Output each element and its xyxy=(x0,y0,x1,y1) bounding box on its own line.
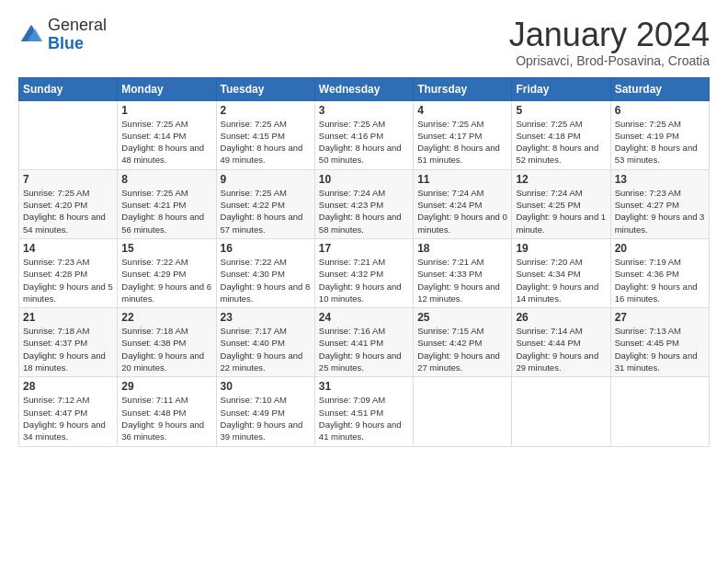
calendar-cell: 31Sunrise: 7:09 AMSunset: 4:51 PMDayligh… xyxy=(314,377,413,446)
calendar-cell: 18Sunrise: 7:21 AMSunset: 4:33 PMDayligh… xyxy=(414,238,512,307)
day-number: 8 xyxy=(121,173,211,186)
calendar-cell: 7Sunrise: 7:25 AMSunset: 4:20 PMDaylight… xyxy=(19,169,118,238)
day-info: Sunrise: 7:10 AMSunset: 4:49 PMDaylight:… xyxy=(221,394,311,442)
day-info: Sunrise: 7:20 AMSunset: 4:34 PMDaylight:… xyxy=(516,256,606,304)
calendar-cell: 24Sunrise: 7:16 AMSunset: 4:41 PMDayligh… xyxy=(314,308,413,377)
day-number: 31 xyxy=(319,380,409,393)
day-info: Sunrise: 7:21 AMSunset: 4:32 PMDaylight:… xyxy=(319,256,409,304)
day-number: 3 xyxy=(319,104,409,117)
day-number: 16 xyxy=(221,242,311,255)
day-info: Sunrise: 7:25 AMSunset: 4:21 PMDaylight:… xyxy=(121,187,211,236)
logo-text: General Blue xyxy=(48,17,107,53)
calendar-cell: 6Sunrise: 7:25 AMSunset: 4:19 PMDaylight… xyxy=(610,100,709,169)
day-number: 12 xyxy=(516,173,606,186)
day-number: 11 xyxy=(417,173,507,186)
day-info: Sunrise: 7:12 AMSunset: 4:47 PMDaylight:… xyxy=(23,394,113,442)
calendar-week-2: 7Sunrise: 7:25 AMSunset: 4:20 PMDaylight… xyxy=(19,169,710,238)
calendar-cell: 15Sunrise: 7:22 AMSunset: 4:29 PMDayligh… xyxy=(118,238,216,307)
calendar-week-1: 1Sunrise: 7:25 AMSunset: 4:14 PMDaylight… xyxy=(19,100,710,169)
calendar-cell: 8Sunrise: 7:25 AMSunset: 4:21 PMDaylight… xyxy=(118,169,216,238)
weekday-header-monday: Monday xyxy=(118,77,216,100)
calendar-cell: 26Sunrise: 7:14 AMSunset: 4:44 PMDayligh… xyxy=(512,308,610,377)
day-number: 7 xyxy=(23,173,113,186)
day-number: 21 xyxy=(23,311,113,324)
day-number: 20 xyxy=(615,242,705,255)
calendar-cell: 14Sunrise: 7:23 AMSunset: 4:28 PMDayligh… xyxy=(19,238,118,307)
calendar-cell: 10Sunrise: 7:24 AMSunset: 4:23 PMDayligh… xyxy=(314,169,413,238)
page: General Blue January 2024 Oprisavci, Bro… xyxy=(0,0,728,456)
calendar-cell: 9Sunrise: 7:25 AMSunset: 4:22 PMDaylight… xyxy=(216,169,314,238)
weekday-header-sunday: Sunday xyxy=(19,77,118,100)
day-info: Sunrise: 7:25 AMSunset: 4:18 PMDaylight:… xyxy=(516,118,606,167)
day-info: Sunrise: 7:11 AMSunset: 4:48 PMDaylight:… xyxy=(121,394,211,442)
day-number: 1 xyxy=(121,104,211,117)
day-number: 29 xyxy=(121,380,211,393)
day-info: Sunrise: 7:25 AMSunset: 4:19 PMDaylight:… xyxy=(615,118,705,167)
day-info: Sunrise: 7:22 AMSunset: 4:30 PMDaylight:… xyxy=(221,256,311,304)
day-number: 24 xyxy=(319,311,409,324)
day-info: Sunrise: 7:13 AMSunset: 4:45 PMDaylight:… xyxy=(615,325,705,373)
calendar-cell: 21Sunrise: 7:18 AMSunset: 4:37 PMDayligh… xyxy=(19,308,118,377)
weekday-header-friday: Friday xyxy=(512,77,610,100)
day-number: 10 xyxy=(319,173,409,186)
logo-icon xyxy=(18,22,44,48)
calendar-cell: 20Sunrise: 7:19 AMSunset: 4:36 PMDayligh… xyxy=(610,238,709,307)
weekday-header-row: SundayMondayTuesdayWednesdayThursdayFrid… xyxy=(19,77,710,100)
day-number: 17 xyxy=(319,242,409,255)
day-number: 9 xyxy=(221,173,311,186)
day-info: Sunrise: 7:18 AMSunset: 4:38 PMDaylight:… xyxy=(121,325,211,373)
calendar-cell: 16Sunrise: 7:22 AMSunset: 4:30 PMDayligh… xyxy=(216,238,314,307)
day-number: 28 xyxy=(23,380,113,393)
day-number: 18 xyxy=(417,242,507,255)
day-number: 5 xyxy=(516,104,606,117)
day-number: 19 xyxy=(516,242,606,255)
day-number: 26 xyxy=(516,311,606,324)
calendar-week-3: 14Sunrise: 7:23 AMSunset: 4:28 PMDayligh… xyxy=(19,238,710,307)
day-info: Sunrise: 7:25 AMSunset: 4:16 PMDaylight:… xyxy=(319,118,409,167)
calendar-cell: 25Sunrise: 7:15 AMSunset: 4:42 PMDayligh… xyxy=(414,308,512,377)
calendar-cell: 29Sunrise: 7:11 AMSunset: 4:48 PMDayligh… xyxy=(118,377,216,446)
day-info: Sunrise: 7:14 AMSunset: 4:44 PMDaylight:… xyxy=(516,325,606,373)
day-number: 15 xyxy=(121,242,211,255)
day-number: 23 xyxy=(221,311,311,324)
calendar-cell: 4Sunrise: 7:25 AMSunset: 4:17 PMDaylight… xyxy=(414,100,512,169)
weekday-header-saturday: Saturday xyxy=(610,77,709,100)
day-number: 25 xyxy=(417,311,507,324)
header: General Blue January 2024 Oprisavci, Bro… xyxy=(18,17,710,68)
day-number: 13 xyxy=(615,173,705,186)
calendar-week-5: 28Sunrise: 7:12 AMSunset: 4:47 PMDayligh… xyxy=(19,377,710,446)
calendar-table: SundayMondayTuesdayWednesdayThursdayFrid… xyxy=(18,77,710,447)
day-number: 2 xyxy=(221,104,311,117)
calendar-cell xyxy=(512,377,610,446)
day-info: Sunrise: 7:25 AMSunset: 4:22 PMDaylight:… xyxy=(221,187,311,236)
day-info: Sunrise: 7:24 AMSunset: 4:24 PMDaylight:… xyxy=(417,187,507,236)
calendar-week-4: 21Sunrise: 7:18 AMSunset: 4:37 PMDayligh… xyxy=(19,308,710,377)
weekday-header-wednesday: Wednesday xyxy=(314,77,413,100)
day-info: Sunrise: 7:21 AMSunset: 4:33 PMDaylight:… xyxy=(417,256,507,304)
day-info: Sunrise: 7:25 AMSunset: 4:20 PMDaylight:… xyxy=(23,187,113,236)
day-info: Sunrise: 7:25 AMSunset: 4:14 PMDaylight:… xyxy=(121,118,211,167)
calendar-cell: 5Sunrise: 7:25 AMSunset: 4:18 PMDaylight… xyxy=(512,100,610,169)
month-title: January 2024 xyxy=(509,17,710,53)
calendar-cell: 13Sunrise: 7:23 AMSunset: 4:27 PMDayligh… xyxy=(610,169,709,238)
calendar-cell: 11Sunrise: 7:24 AMSunset: 4:24 PMDayligh… xyxy=(414,169,512,238)
calendar-cell: 12Sunrise: 7:24 AMSunset: 4:25 PMDayligh… xyxy=(512,169,610,238)
day-info: Sunrise: 7:09 AMSunset: 4:51 PMDaylight:… xyxy=(319,394,409,442)
day-number: 30 xyxy=(221,380,311,393)
calendar-cell: 3Sunrise: 7:25 AMSunset: 4:16 PMDaylight… xyxy=(314,100,413,169)
day-number: 14 xyxy=(23,242,113,255)
weekday-header-tuesday: Tuesday xyxy=(216,77,314,100)
day-info: Sunrise: 7:23 AMSunset: 4:27 PMDaylight:… xyxy=(615,187,705,236)
logo-general: General xyxy=(48,16,107,34)
day-number: 22 xyxy=(121,311,211,324)
calendar-cell: 23Sunrise: 7:17 AMSunset: 4:40 PMDayligh… xyxy=(216,308,314,377)
day-info: Sunrise: 7:17 AMSunset: 4:40 PMDaylight:… xyxy=(221,325,311,373)
day-number: 4 xyxy=(417,104,507,117)
day-info: Sunrise: 7:24 AMSunset: 4:25 PMDaylight:… xyxy=(516,187,606,236)
calendar-cell xyxy=(19,100,118,169)
calendar-cell: 28Sunrise: 7:12 AMSunset: 4:47 PMDayligh… xyxy=(19,377,118,446)
calendar-cell: 17Sunrise: 7:21 AMSunset: 4:32 PMDayligh… xyxy=(314,238,413,307)
calendar-cell: 19Sunrise: 7:20 AMSunset: 4:34 PMDayligh… xyxy=(512,238,610,307)
day-number: 6 xyxy=(615,104,705,117)
day-info: Sunrise: 7:16 AMSunset: 4:41 PMDaylight:… xyxy=(319,325,409,373)
